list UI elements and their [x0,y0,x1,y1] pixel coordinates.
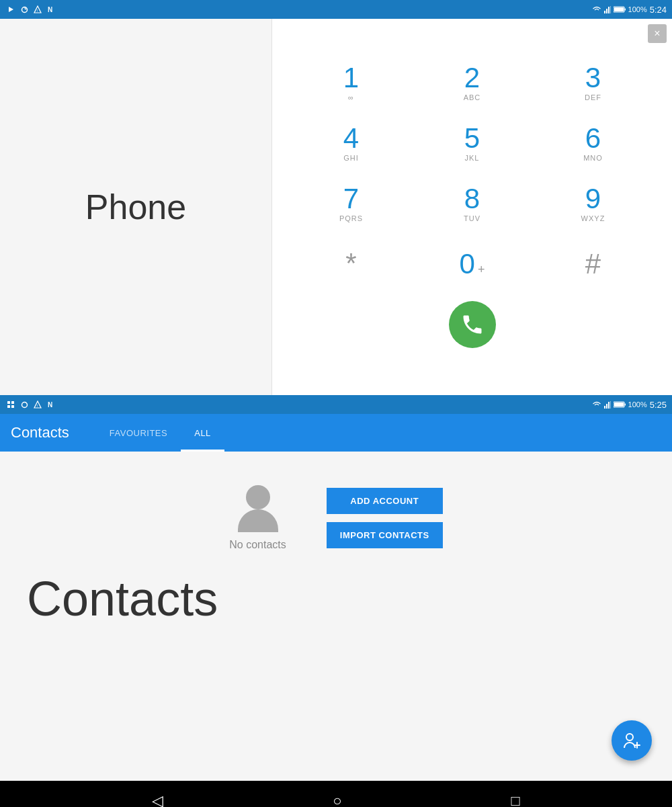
svg-rect-7 [608,7,610,13]
sub-1: ∞ [348,93,354,101]
close-button[interactable]: × [648,24,667,43]
sub-9: WXYZ [581,214,605,222]
digit-2: 2 [464,64,480,92]
digit-8: 8 [464,185,480,213]
dial-key-1[interactable]: 1 ∞ [291,52,412,113]
contacts-empty-state: No contacts ADD ACCOUNT IMPORT CONTACTS [0,485,672,551]
call-button[interactable] [449,301,496,348]
digit-star: * [345,249,356,278]
sub-2: ABC [464,93,481,101]
svg-rect-5 [604,11,605,13]
dial-key-9[interactable]: 9 WXYZ [533,173,654,234]
sub-3: DEF [585,93,601,101]
svg-rect-6 [606,9,607,13]
contacts-status-sync-icon [19,399,30,410]
dial-key-6[interactable]: 6 MNO [533,113,654,173]
svg-text:!: ! [37,404,38,408]
sub-6: MNO [583,154,603,162]
status-n-icon: N [46,4,56,15]
contacts-battery-percent: 100% [628,400,647,409]
contacts-app-bar-title: Contacts [11,424,69,441]
digit-4: 4 [343,124,359,153]
phone-left-panel: Phone [0,19,272,395]
digit-6: 6 [585,124,601,153]
svg-marker-0 [9,7,13,12]
dial-key-8[interactable]: 8 TUV [412,173,533,234]
no-contacts-label: No contacts [229,539,286,551]
recents-button[interactable]: □ [511,792,520,807]
tab-favourites[interactable]: FAVOURITES [96,414,181,452]
bottom-navigation: ◁ ○ □ [0,781,672,807]
status-bar-contacts: ! N 100% 5:25 [0,395,672,414]
svg-rect-10 [624,9,626,11]
contacts-status-grid-icon [5,399,16,410]
phone-right-panel: × 1 ∞ 2 ABC 3 DEF 4 GHI 5 JKL [272,19,672,395]
person-head [246,485,270,509]
svg-point-23 [626,734,633,740]
digit-hash: # [585,250,601,278]
dial-key-5[interactable]: 5 JKL [412,113,533,173]
status-time: 5:24 [650,5,667,15]
back-button[interactable]: ◁ [152,792,163,807]
svg-rect-16 [604,406,605,409]
phone-app-title: Phone [85,187,186,227]
battery-percent: 100% [628,5,647,13]
sub-5: JKL [465,154,480,162]
digit-5: 5 [464,124,480,153]
svg-rect-21 [624,404,626,406]
status-sync-icon [19,4,30,15]
contacts-status-right: 100% 5:25 [592,400,667,410]
signal-icon [604,5,611,13]
dial-key-3[interactable]: 3 DEF [533,52,654,113]
no-contacts-illustration: No contacts [229,485,286,551]
battery-icon [614,6,626,13]
svg-rect-8 [610,6,611,13]
contacts-signal-icon [604,400,611,409]
dial-key-4[interactable]: 4 GHI [291,113,412,173]
contacts-main-content: No contacts ADD ACCOUNT IMPORT CONTACTS … [0,452,672,781]
svg-text:!: ! [37,9,38,13]
dial-key-2[interactable]: 2 ABC [412,52,533,113]
status-play-icon [5,4,16,15]
person-body [238,509,278,532]
svg-rect-22 [614,402,624,407]
tab-all[interactable]: ALL [181,414,224,452]
contacts-status-time: 5:25 [650,400,667,410]
contacts-battery-icon [614,401,626,408]
call-icon [460,312,485,337]
digit-3: 3 [585,64,601,92]
wifi-icon [592,6,601,13]
dial-key-star[interactable]: * [291,234,412,294]
svg-rect-19 [610,401,611,409]
dial-key-7[interactable]: 7 PQRS [291,173,412,234]
digit-1: 1 [343,64,359,92]
svg-rect-18 [608,402,610,409]
svg-text:N: N [48,6,52,13]
contacts-wifi-icon [592,401,601,408]
sub-7: PQRS [339,214,363,222]
digit-7: 7 [343,185,359,213]
add-contact-fab[interactable] [612,720,652,761]
person-icon [235,485,282,532]
contacts-big-title: Contacts [0,571,672,626]
sub-4: GHI [343,154,359,162]
digit-0: 0 + [460,250,485,278]
dial-key-hash[interactable]: # [533,234,654,294]
add-account-button[interactable]: ADD ACCOUNT [327,488,443,514]
contacts-action-buttons: ADD ACCOUNT IMPORT CONTACTS [327,488,443,548]
call-button-row [449,301,496,348]
contacts-status-warning-icon: ! [32,399,43,410]
import-contacts-button[interactable]: IMPORT CONTACTS [327,522,443,548]
status-bar-right-icons: 100% 5:24 [592,5,667,15]
home-button[interactable]: ○ [333,792,341,807]
contacts-status-n-icon: N [46,399,56,410]
contacts-app-bar: Contacts FAVOURITES ALL [0,414,672,452]
sub-8: TUV [464,214,480,222]
contacts-status-left: ! N [5,399,56,410]
svg-point-12 [22,402,27,407]
digit-9: 9 [585,185,601,213]
phone-app-section: Phone × 1 ∞ 2 ABC 3 DEF 4 GHI 5 [0,19,672,395]
dial-key-0[interactable]: 0 + [412,234,533,294]
dialpad: 1 ∞ 2 ABC 3 DEF 4 GHI 5 JKL 6 MNO [291,52,654,294]
svg-rect-17 [606,404,607,409]
